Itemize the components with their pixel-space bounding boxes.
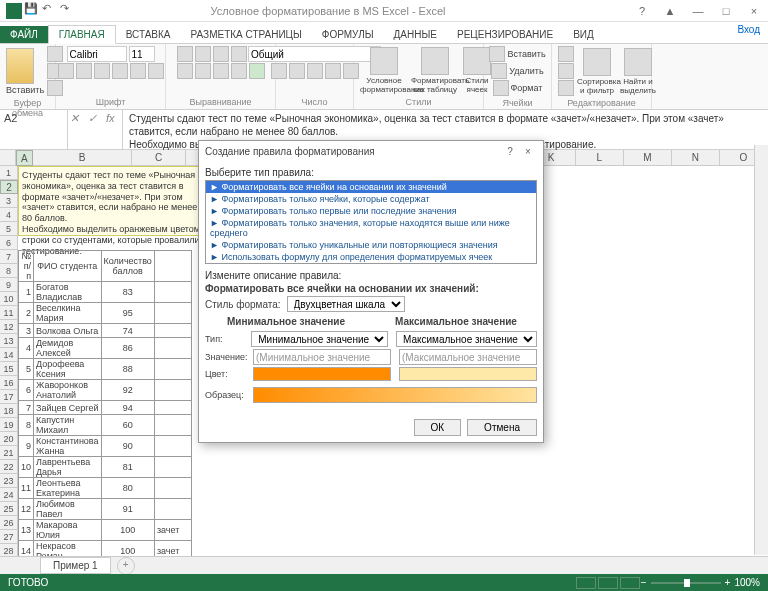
- max-type-select[interactable]: Максимальное значение: [396, 331, 537, 347]
- align-bot-icon[interactable]: [213, 46, 229, 62]
- style-format-select[interactable]: Двухцветная шкала: [287, 296, 405, 312]
- bold-icon[interactable]: [58, 63, 74, 79]
- vertical-scrollbar[interactable]: [754, 145, 768, 555]
- tab-data[interactable]: ДАННЫЕ: [384, 26, 447, 43]
- format-cells-icon[interactable]: [493, 80, 509, 96]
- fill-icon[interactable]: [558, 63, 574, 79]
- rule-type-item[interactable]: ► Форматировать все ячейки на основании …: [206, 181, 536, 193]
- sheet-tab[interactable]: Пример 1: [40, 557, 111, 574]
- table-row[interactable]: 4Демидов Алексей86: [19, 338, 192, 359]
- font-color-icon[interactable]: [148, 63, 164, 79]
- row-header[interactable]: 19: [0, 418, 18, 432]
- row-header[interactable]: 18: [0, 404, 18, 418]
- close-button[interactable]: ×: [740, 1, 768, 21]
- find-select-icon[interactable]: [624, 48, 652, 76]
- view-pagelayout-icon[interactable]: [598, 577, 618, 589]
- fx-icon[interactable]: fx: [106, 112, 120, 126]
- align-left-icon[interactable]: [177, 63, 193, 79]
- row-header[interactable]: 1: [0, 166, 18, 180]
- add-sheet-button[interactable]: +: [117, 557, 135, 575]
- table-row[interactable]: 11Леонтьева Екатерина80: [19, 478, 192, 499]
- zoom-level[interactable]: 100%: [734, 577, 760, 588]
- zoom-in-button[interactable]: +: [725, 577, 731, 588]
- orient-icon[interactable]: [231, 46, 247, 62]
- align-center-icon[interactable]: [195, 63, 211, 79]
- row-header[interactable]: 20: [0, 432, 18, 446]
- rule-type-list[interactable]: ► Форматировать все ячейки на основании …: [205, 180, 537, 264]
- max-color-select[interactable]: [399, 367, 537, 381]
- row-header[interactable]: 11: [0, 306, 18, 320]
- row-header[interactable]: 6: [0, 236, 18, 250]
- align-right-icon[interactable]: [213, 63, 229, 79]
- tab-file[interactable]: ФАЙЛ: [0, 26, 48, 43]
- min-type-select[interactable]: Минимальное значение: [251, 331, 388, 347]
- italic-icon[interactable]: [76, 63, 92, 79]
- maximize-button[interactable]: □: [712, 1, 740, 21]
- row-header[interactable]: 14: [0, 348, 18, 362]
- clear-icon[interactable]: [558, 80, 574, 96]
- row-header[interactable]: 17: [0, 390, 18, 404]
- row-header[interactable]: 5: [0, 222, 18, 236]
- row-header[interactable]: 21: [0, 446, 18, 460]
- table-row[interactable]: 10Лаврентьева Дарья81: [19, 457, 192, 478]
- table-row[interactable]: 9Константинова Жанна90: [19, 436, 192, 457]
- qat-undo-icon[interactable]: ↶: [42, 2, 56, 16]
- table-row[interactable]: 6Жаворонков Анатолий92: [19, 380, 192, 401]
- merge-icon[interactable]: [249, 63, 265, 79]
- rule-type-item[interactable]: ► Форматировать только значения, которые…: [206, 217, 536, 239]
- help-icon[interactable]: ?: [628, 1, 656, 21]
- min-value-input[interactable]: [253, 349, 391, 365]
- name-box[interactable]: A2: [0, 110, 68, 149]
- tab-view[interactable]: ВИД: [563, 26, 604, 43]
- qat-save-icon[interactable]: 💾: [24, 2, 38, 16]
- font-size-select[interactable]: [129, 46, 155, 62]
- col-header-B[interactable]: B: [33, 150, 133, 165]
- max-value-input[interactable]: [399, 349, 537, 365]
- delete-cells-icon[interactable]: [491, 63, 507, 79]
- dialog-help-icon[interactable]: ?: [501, 146, 519, 157]
- zoom-slider[interactable]: [651, 582, 721, 584]
- row-header[interactable]: 7: [0, 250, 18, 264]
- dialog-close-icon[interactable]: ×: [519, 146, 537, 157]
- col-header-A[interactable]: A: [16, 150, 33, 166]
- table-row[interactable]: 7Зайцев Сергей94: [19, 401, 192, 415]
- row-header[interactable]: 8: [0, 264, 18, 278]
- insert-cells-icon[interactable]: [489, 46, 505, 62]
- sort-filter-icon[interactable]: [583, 48, 611, 76]
- col-header-N[interactable]: N: [672, 150, 720, 165]
- row-header[interactable]: 10: [0, 292, 18, 306]
- rule-type-item[interactable]: ► Форматировать только уникальные или по…: [206, 239, 536, 251]
- view-pagebreak-icon[interactable]: [620, 577, 640, 589]
- row-header[interactable]: 3: [0, 194, 18, 208]
- align-mid-icon[interactable]: [195, 46, 211, 62]
- row-header[interactable]: 23: [0, 474, 18, 488]
- table-row[interactable]: 12Любимов Павел91: [19, 499, 192, 520]
- row-header[interactable]: 9: [0, 278, 18, 292]
- table-row[interactable]: 5Дорофеева Ксения88: [19, 359, 192, 380]
- select-all-corner[interactable]: [0, 150, 16, 165]
- border-icon[interactable]: [112, 63, 128, 79]
- conditional-format-icon[interactable]: [370, 47, 398, 75]
- row-header[interactable]: 22: [0, 460, 18, 474]
- rule-type-item[interactable]: ► Использовать формулу для определения ф…: [206, 251, 536, 263]
- underline-icon[interactable]: [94, 63, 110, 79]
- table-row[interactable]: 3Волкова Ольга74: [19, 324, 192, 338]
- dec-inc-icon[interactable]: [325, 63, 341, 79]
- qat-redo-icon[interactable]: ↷: [60, 2, 74, 16]
- row-header[interactable]: 25: [0, 502, 18, 516]
- table-row[interactable]: 2Веселкина Мария95: [19, 303, 192, 324]
- indent-dec-icon[interactable]: [231, 63, 247, 79]
- minimize-button[interactable]: —: [684, 1, 712, 21]
- autosum-icon[interactable]: [558, 46, 574, 62]
- view-normal-icon[interactable]: [576, 577, 596, 589]
- paste-icon[interactable]: [6, 48, 34, 84]
- cancel-button[interactable]: Отмена: [467, 419, 537, 436]
- percent-icon[interactable]: [289, 63, 305, 79]
- comma-icon[interactable]: [307, 63, 323, 79]
- tab-formulas[interactable]: ФОРМУЛЫ: [312, 26, 384, 43]
- enter-fx-icon[interactable]: ✓: [88, 112, 102, 126]
- min-color-select[interactable]: [253, 367, 391, 381]
- tab-review[interactable]: РЕЦЕНЗИРОВАНИЕ: [447, 26, 563, 43]
- row-header[interactable]: 13: [0, 334, 18, 348]
- ok-button[interactable]: ОК: [414, 419, 462, 436]
